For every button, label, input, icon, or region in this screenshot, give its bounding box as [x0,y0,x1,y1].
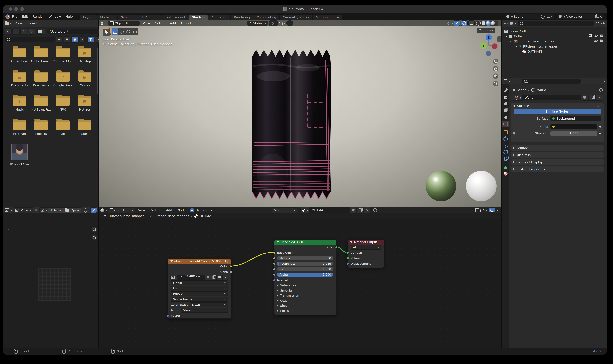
tab-physics-icon[interactable] [502,149,509,156]
unlink-image-button[interactable] [223,275,228,280]
editor-type-dropdown-icon[interactable] [9,22,12,25]
refresh-button[interactable]: ↻ [28,28,35,35]
tab-world-icon[interactable] [502,121,509,128]
perspective-grid-button[interactable] [493,81,498,86]
viewport-menu-select[interactable]: Select [153,22,167,25]
tab-shading[interactable]: Shading [189,15,208,20]
fake-user-shield-button[interactable] [350,207,357,213]
close-icon[interactable] [600,15,602,18]
cursor-tool-button[interactable] [103,28,111,36]
select-circle-tool-button[interactable] [118,28,125,35]
interpolation-dropdown[interactable]: Linear▾ [171,280,228,285]
alpha-mode-dropdown[interactable]: Straight▾ [181,308,228,313]
use-nodes-checkbox[interactable] [190,208,194,212]
mode-dropdown[interactable]: Object Mode [108,21,140,26]
pan-hand-button[interactable] [493,66,498,71]
file-browser-menu-view[interactable]: View [12,22,24,25]
outliner-row-material[interactable]: OUTMAT1 [522,49,543,54]
emission-section[interactable]: Emission [274,308,336,313]
fake-user-shield-button[interactable] [205,275,211,280]
properties-editor-dropdown[interactable] [508,79,510,83]
image-name-field[interactable]: idml-template-r... [178,275,205,280]
tab-compositing[interactable]: Compositing [253,15,279,20]
breadcrumb-scene[interactable]: Scene [517,88,526,92]
outliner-row-collection[interactable]: Collection [505,34,530,39]
shader-editor-type-icon[interactable] [100,208,104,212]
pin-icon[interactable] [540,14,546,19]
animate-dot-icon[interactable] [599,133,601,134]
navigation-gizmo[interactable]: Z Y [480,34,500,56]
snap-icon[interactable] [480,208,484,212]
tab-view-layer-icon[interactable] [502,107,509,114]
image-zoom-button[interactable] [92,227,97,232]
snap-target-dropdown[interactable] [283,22,285,25]
base-color-input[interactable]: Base Color [274,250,336,256]
display-size-dropdown[interactable] [79,36,85,42]
sidebar-collapse-arrow[interactable]: ‹ [497,36,501,42]
open-image-button[interactable] [217,275,223,280]
bsdf-node-header[interactable]: Principled BSDF [274,240,336,245]
overlays-toggle-icon[interactable] [475,208,479,212]
normal-input[interactable]: Normal [274,277,336,283]
file-item[interactable]: ▣Desktop [75,48,95,63]
select-box-tool-button[interactable] [112,28,119,35]
file-browser-editor-icon[interactable] [5,22,9,25]
roughness-slider[interactable]: Roughness0.029 [277,261,333,266]
add-workspace-button[interactable]: + [333,15,342,20]
camera-view-button[interactable] [493,74,498,79]
image-editor-view-menu[interactable]: View [13,207,33,213]
world-browse-button[interactable] [513,95,523,101]
image-node-header[interactable]: idml-template-rf42027982-1001__1.p... [168,259,231,264]
base-color-socket[interactable] [273,251,276,254]
shader-menu-add[interactable]: Add [164,208,174,212]
alpha-socket[interactable] [273,273,276,276]
file-item[interactable]: NetBeansPr... [31,96,51,111]
tab-object-icon[interactable] [502,129,509,136]
properties-options-dropdown[interactable] [603,79,605,83]
display-detail-button[interactable]: ▤ [64,36,70,42]
scrollbar[interactable] [97,48,98,95]
specular-section[interactable]: Specular [274,288,336,293]
up-button[interactable]: ↑ [20,28,27,35]
normal-socket[interactable] [273,279,276,282]
path-field[interactable]: /Users/grgr/ [47,29,105,34]
animate-dot-icon[interactable] [599,126,601,128]
target-dropdown[interactable]: All▾ [351,245,381,250]
tab-constraints-icon[interactable] [502,156,509,162]
custom-properties-panel[interactable]: Custom Properties:::: [511,167,604,172]
image-file-item[interactable]: IMG-20161... [9,144,30,166]
fake-user-shield-button[interactable] [581,95,588,101]
shader-type-dropdown[interactable]: Object [107,207,135,213]
source-dropdown[interactable]: Single Image▾ [171,297,228,302]
select-more-tool-button[interactable] [132,28,138,35]
editor-options-dropdown[interactable] [496,208,498,212]
file-item[interactable]: ▤Documents [9,72,30,87]
use-nodes-button[interactable]: Use Nodes [514,109,601,114]
world-color-swatch[interactable] [550,124,598,129]
shading-solid-icon[interactable] [481,21,485,25]
snack-bag-object[interactable] [249,44,333,204]
image-pan-button[interactable] [92,234,97,240]
back-button[interactable]: ← [5,28,12,35]
tab-animation[interactable]: Animation [208,15,230,20]
ior-slider[interactable]: IOR1.500 [277,267,333,271]
menu-render[interactable]: Render [30,15,46,18]
zoom-button[interactable] [493,59,498,64]
image-texture-node[interactable]: idml-template-rf42027982-1001__1.p... Co… [168,258,231,319]
tab-uv-editing[interactable]: UV Editing [139,15,162,20]
file-item[interactable]: ↓Downloads [31,72,51,87]
surface-value-button[interactable]: Background [550,116,601,121]
tab-sculpting[interactable]: Sculpting [118,15,139,20]
surface-input[interactable]: Surface [348,250,384,256]
image-color-output[interactable]: Color [168,264,231,269]
material-output-node[interactable]: Material Output All▾ Surface Volume Disp… [347,239,384,268]
expand-caret-icon[interactable] [505,36,507,37]
collection-checkbox[interactable] [589,34,592,37]
xray-toggle[interactable] [468,21,475,26]
copy-icon[interactable] [546,15,549,18]
metallic-socket[interactable] [273,257,276,260]
new-collection-icon[interactable]: ⊕ [602,22,605,25]
file-item[interactable]: Applications [9,48,30,63]
shading-rendered-icon[interactable] [491,21,495,25]
pin-id-icon[interactable] [598,88,604,93]
